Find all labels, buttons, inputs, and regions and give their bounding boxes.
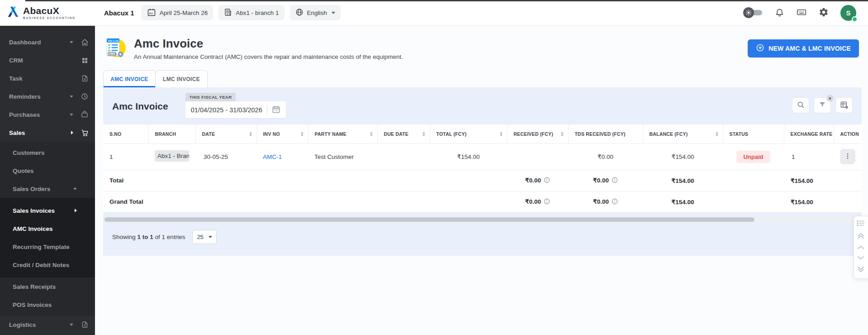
brand-name: AbacuX bbox=[23, 6, 76, 15]
grand-totals-total bbox=[430, 191, 507, 212]
globe-icon bbox=[295, 8, 304, 18]
sidebar-item-label: Sales Invoices bbox=[13, 207, 55, 214]
chevron-down-icon bbox=[856, 255, 865, 263]
columns-button[interactable] bbox=[835, 97, 853, 113]
grand-totals-label: Grand Total bbox=[103, 191, 430, 212]
sidebar-item-label: Recurring Template bbox=[13, 244, 70, 250]
invoice-tabs: AMC INVOICE LMC INVOICE bbox=[103, 70, 868, 87]
cell-party-name: Test Customer bbox=[308, 144, 377, 170]
search-button[interactable] bbox=[792, 97, 809, 113]
filter-button[interactable]: × bbox=[814, 97, 831, 113]
bell-icon bbox=[775, 7, 784, 18]
chevron-down-icon bbox=[209, 236, 212, 238]
brand-tagline: BUSINESS ACCOUNTING bbox=[23, 17, 76, 20]
document-icon bbox=[81, 321, 89, 328]
col-party-name[interactable]: PARTY NAME bbox=[308, 131, 377, 137]
sort-icon[interactable] bbox=[298, 132, 304, 136]
clear-filter-badge[interactable]: × bbox=[826, 95, 834, 102]
chevron-down-icon bbox=[70, 114, 73, 116]
col-total-fcy[interactable]: TOTAL (FCY) bbox=[430, 131, 507, 137]
sidebar-item-logistics[interactable]: Logistics bbox=[0, 316, 95, 334]
sidebar-item-sales-orders[interactable]: Sales Orders bbox=[0, 180, 95, 198]
sidebar-item-label: Sales bbox=[9, 129, 25, 136]
entries-summary: Showing 1 to 1 of 1 entries bbox=[112, 234, 185, 240]
col-status: STATUS bbox=[723, 131, 784, 137]
scroll-helper-panel bbox=[854, 216, 868, 279]
calendar-icon bbox=[272, 105, 280, 115]
fiscal-year-selector[interactable]: FY April 25-March 26 bbox=[142, 5, 213, 20]
cell-tds-received: ₹0.00 bbox=[568, 144, 643, 170]
sort-icon[interactable] bbox=[713, 132, 718, 136]
sort-icon[interactable] bbox=[497, 132, 503, 136]
date-range-input[interactable]: 01/04/2025 - 31/03/2026 bbox=[185, 101, 286, 118]
cell-received bbox=[507, 144, 568, 170]
svg-text:FY: FY bbox=[149, 11, 153, 14]
sidebar-item-label: POS Invoices bbox=[13, 302, 52, 308]
sidebar-item-recurring-template[interactable]: Recurring Template bbox=[0, 238, 95, 256]
branch-selector[interactable]: Abx1 - branch 1 bbox=[218, 5, 284, 20]
language-selector[interactable]: English bbox=[290, 5, 341, 20]
plus-circle-icon bbox=[756, 43, 764, 53]
sidebar-item-sales-receipts[interactable]: Sales Receipts bbox=[0, 278, 95, 296]
col-action: ACTION bbox=[834, 131, 862, 137]
entries-range: 1 to 1 bbox=[138, 234, 153, 240]
info-icon bbox=[544, 199, 550, 206]
fiscal-range-group: THIS FISCAL YEAR 01/04/2025 - 31/03/2026 bbox=[185, 93, 286, 118]
sidebar-item-reminders[interactable]: Reminders bbox=[0, 87, 95, 105]
sort-icon[interactable] bbox=[420, 132, 425, 136]
sidebar-item-crm[interactable]: CRM bbox=[0, 51, 95, 69]
cell-due-date bbox=[377, 144, 430, 170]
scroll-to-top-button[interactable] bbox=[856, 231, 865, 241]
col-sno: S.NO bbox=[103, 131, 148, 137]
user-avatar[interactable]: S bbox=[840, 5, 856, 21]
list-heading: Amc Invoice bbox=[112, 101, 168, 112]
page-size-select[interactable]: 25 bbox=[192, 230, 217, 244]
sidebar-item-task[interactable]: Task bbox=[0, 69, 95, 87]
brand-logo[interactable]: AbacuX BUSINESS ACCOUNTING bbox=[0, 0, 95, 26]
totals-received: ₹0.00 bbox=[507, 170, 568, 191]
sort-icon[interactable] bbox=[558, 132, 564, 136]
col-inv-no[interactable]: INV NO bbox=[257, 131, 308, 137]
col-received-fcy[interactable]: RECEIVED (FCY) bbox=[508, 131, 568, 137]
col-date[interactable]: DATE bbox=[196, 131, 256, 137]
chevron-up-icon bbox=[856, 244, 865, 252]
scroll-to-bottom-button[interactable] bbox=[856, 266, 865, 275]
row-actions-button[interactable] bbox=[840, 149, 855, 164]
col-balance-fcy[interactable]: BALANCE (FCY) bbox=[643, 131, 723, 137]
list-toolbar: Amc Invoice THIS FISCAL YEAR 01/04/2025 … bbox=[103, 87, 862, 124]
sidebar-item-label: Logistics bbox=[9, 321, 36, 328]
list-menu-button[interactable] bbox=[856, 220, 865, 228]
branch-value: Abx1 - branch 1 bbox=[236, 10, 279, 16]
sidebar-item-sales[interactable]: Sales bbox=[0, 124, 95, 142]
sidebar-item-sales-invoices[interactable]: Sales Invoices bbox=[0, 201, 95, 220]
chevron-down-icon bbox=[332, 12, 335, 14]
invoice-link[interactable]: AMC-1 bbox=[263, 153, 282, 160]
sort-icon[interactable] bbox=[247, 132, 252, 136]
svg-text:INVOICE: INVOICE bbox=[109, 53, 117, 55]
scroll-down-button[interactable] bbox=[856, 255, 865, 263]
sidebar-item-customers[interactable]: Customers bbox=[0, 144, 95, 162]
cell-status: Unpaid bbox=[723, 144, 784, 170]
col-due-date[interactable]: DUE DATE bbox=[378, 131, 430, 137]
scroll-up-button[interactable] bbox=[856, 244, 865, 252]
sidebar-item-credit-debit-notes[interactable]: Credit / Debit Notes bbox=[0, 256, 95, 274]
tab-amc-invoice[interactable]: AMC INVOICE bbox=[103, 70, 156, 87]
sidebar-item-quotes[interactable]: Quotes bbox=[0, 162, 95, 180]
page-size-value: 25 bbox=[197, 234, 203, 240]
horizontal-scrollbar[interactable] bbox=[104, 217, 860, 222]
shortcuts-button[interactable] bbox=[796, 7, 807, 19]
sidebar-item-amc-invoices[interactable]: AMC Invoices bbox=[0, 220, 95, 238]
sidebar-item-pos-invoices[interactable]: POS Invoices bbox=[0, 296, 95, 314]
sidebar-item-dashboard[interactable]: Dashboard bbox=[0, 33, 95, 51]
tab-lmc-invoice[interactable]: LMC INVOICE bbox=[155, 70, 208, 87]
funnel-icon bbox=[818, 100, 826, 110]
theme-toggle[interactable] bbox=[743, 7, 763, 18]
sort-icon[interactable] bbox=[367, 132, 373, 136]
sidebar-item-purchases[interactable]: Purchases bbox=[0, 105, 95, 124]
notifications-button[interactable] bbox=[775, 7, 784, 18]
cell-date: 30-05-25 bbox=[195, 144, 256, 170]
new-amc-lmc-invoice-button[interactable]: NEW AMC & LMC INVOICE bbox=[748, 39, 859, 57]
briefcase-icon bbox=[81, 111, 89, 118]
scrollbar-thumb[interactable] bbox=[104, 217, 754, 222]
settings-button[interactable] bbox=[819, 7, 829, 19]
